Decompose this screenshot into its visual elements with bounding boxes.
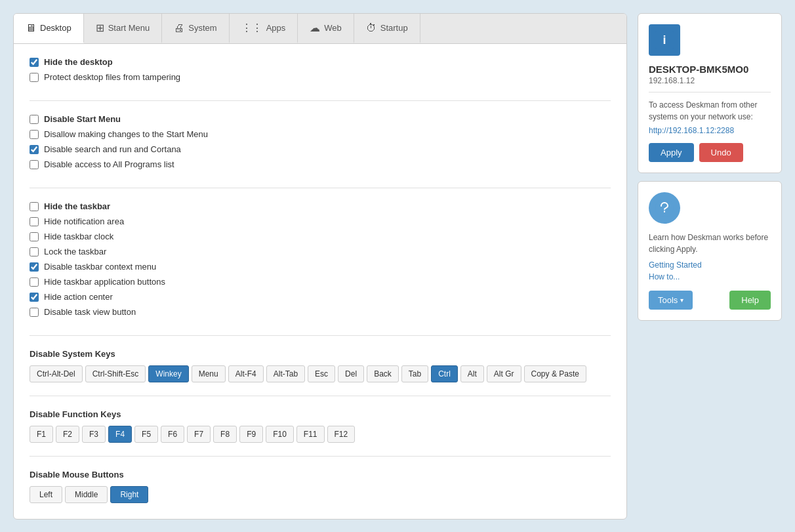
system-key-alt[interactable]: Alt [460, 365, 484, 382]
disable-all-programs-checkbox[interactable] [30, 160, 39, 169]
disable-search-row: Disable search and run and Cortana [30, 144, 611, 154]
hide-notification-label[interactable]: Hide notification area [44, 216, 124, 226]
hide-notification-row: Hide notification area [30, 216, 611, 226]
hide-taskbar-row: Hide the taskbar [30, 201, 611, 211]
system-keys-title: Disable System Keys [30, 349, 611, 359]
hide-action-center-checkbox[interactable] [30, 293, 39, 302]
tab-system-label: System [188, 23, 216, 33]
tab-desktop-label: Desktop [40, 23, 71, 33]
fn-key-f3[interactable]: F3 [82, 426, 106, 443]
hide-desktop-label[interactable]: Hide the desktop [44, 57, 113, 67]
tab-web-label: Web [324, 23, 342, 33]
web-icon: ☁ [310, 22, 320, 34]
info-card-divider [649, 92, 771, 92]
hide-desktop-row: Hide the desktop [30, 57, 611, 67]
system-keys-section: Disable System Keys Ctrl-Alt-DelCtrl-Shi… [30, 349, 611, 396]
disable-context-checkbox[interactable] [30, 262, 39, 272]
disable-all-programs-label[interactable]: Disable access to All Programs list [44, 159, 174, 169]
system-key-menu[interactable]: Menu [192, 365, 226, 382]
disallow-changes-row: Disallow making changes to the Start Men… [30, 129, 611, 139]
apply-button[interactable]: Apply [649, 143, 694, 162]
mouse-buttons-title: Disable Mouse Buttons [30, 470, 611, 480]
device-url-link[interactable]: http://192.168.1.12:2288 [649, 126, 734, 135]
hide-clock-label[interactable]: Hide taskbar clock [44, 232, 113, 241]
tab-system[interactable]: 🖨 System [162, 14, 229, 43]
mouse-btn-middle[interactable]: Middle [65, 486, 108, 503]
tab-startup[interactable]: ⏱ Startup [354, 14, 420, 43]
fn-key-f5[interactable]: F5 [134, 426, 158, 443]
mouse-buttons-section: Disable Mouse Buttons LeftMiddleRight [30, 470, 611, 503]
protect-files-label[interactable]: Protect desktop files from tampering [44, 72, 180, 82]
disable-task-view-label[interactable]: Disable task view button [44, 307, 136, 317]
fn-key-f6[interactable]: F6 [161, 426, 184, 443]
svg-text:i: i [662, 33, 666, 47]
protect-files-checkbox[interactable] [30, 73, 39, 82]
hide-clock-row: Hide taskbar clock [30, 232, 611, 241]
fn-key-f12[interactable]: F12 [327, 426, 356, 443]
tab-content: Hide the desktop Protect desktop files f… [14, 44, 626, 519]
info-card-icon: i [649, 24, 680, 56]
hide-desktop-checkbox[interactable] [30, 58, 39, 67]
tab-apps[interactable]: ⋮⋮ Apps [230, 14, 298, 43]
function-keys-title: Disable Function Keys [30, 409, 611, 419]
fn-key-f4[interactable]: F4 [108, 426, 132, 443]
system-key-ctrl-alt-del[interactable]: Ctrl-Alt-Del [30, 365, 83, 382]
system-key-back[interactable]: Back [367, 365, 399, 382]
getting-started-link[interactable]: Getting Started [649, 260, 771, 270]
hide-app-buttons-checkbox[interactable] [30, 277, 39, 287]
fn-key-f2[interactable]: F2 [56, 426, 79, 443]
system-key-esc[interactable]: Esc [308, 365, 335, 382]
disable-context-label[interactable]: Disable taskbar context menu [44, 262, 156, 272]
how-to-link[interactable]: How to... [649, 272, 771, 281]
lock-taskbar-checkbox[interactable] [30, 247, 39, 256]
disable-task-view-row: Disable task view button [30, 307, 611, 317]
system-key-winkey[interactable]: Winkey [148, 365, 188, 382]
disable-startmenu-checkbox[interactable] [30, 115, 39, 124]
fn-key-f8[interactable]: F8 [213, 426, 237, 443]
tab-desktop[interactable]: 🖥 Desktop [14, 14, 84, 43]
fn-key-f1[interactable]: F1 [30, 426, 53, 443]
system-key-copy-paste[interactable]: Copy & Paste [524, 365, 586, 382]
system-key-ctrl-shift-esc[interactable]: Ctrl-Shift-Esc [85, 365, 146, 382]
disallow-changes-checkbox[interactable] [30, 130, 39, 139]
info-card-actions: Apply Undo [649, 143, 771, 162]
start-menu-icon: ⊞ [96, 22, 104, 34]
system-keys-buttons: Ctrl-Alt-DelCtrl-Shift-EscWinkeyMenuAlt-… [30, 365, 611, 382]
lock-taskbar-label[interactable]: Lock the taskbar [44, 247, 106, 256]
sidebar: i DESKTOP-BMK5MO0 192.168.1.12 To access… [638, 13, 782, 321]
undo-button[interactable]: Undo [699, 143, 743, 162]
system-key-del[interactable]: Del [338, 365, 364, 382]
info-card: i DESKTOP-BMK5MO0 192.168.1.12 To access… [638, 13, 782, 173]
hide-taskbar-checkbox[interactable] [30, 202, 39, 211]
fn-key-f7[interactable]: F7 [187, 426, 211, 443]
hide-clock-checkbox[interactable] [30, 232, 39, 241]
fn-key-f11[interactable]: F11 [296, 426, 325, 443]
fn-key-f10[interactable]: F10 [266, 426, 294, 443]
disable-search-label[interactable]: Disable search and run and Cortana [44, 144, 181, 154]
help-button[interactable]: Help [729, 291, 771, 310]
system-key-alt-tab[interactable]: Alt-Tab [266, 365, 305, 382]
system-key-ctrl[interactable]: Ctrl [431, 365, 458, 382]
main-panel: 🖥 Desktop ⊞ Start Menu 🖨 System ⋮⋮ Apps … [13, 13, 627, 520]
system-key-alt-f4[interactable]: Alt-F4 [228, 365, 264, 382]
mouse-btn-right[interactable]: Right [110, 486, 148, 503]
disable-startmenu-label[interactable]: Disable Start Menu [44, 114, 121, 124]
system-key-alt-gr[interactable]: Alt Gr [487, 365, 521, 382]
tools-button[interactable]: Tools ▾ [649, 291, 693, 310]
hide-notification-checkbox[interactable] [30, 217, 39, 226]
system-key-tab[interactable]: Tab [401, 365, 428, 382]
hide-app-buttons-row: Hide taskbar application buttons [30, 277, 611, 287]
mouse-btn-left[interactable]: Left [30, 486, 62, 503]
hide-action-center-label[interactable]: Hide action center [44, 292, 113, 302]
hide-action-center-row: Hide action center [30, 292, 611, 302]
disable-search-checkbox[interactable] [30, 145, 39, 154]
svg-point-2 [655, 199, 674, 217]
fn-key-f9[interactable]: F9 [239, 426, 263, 443]
tab-start-menu[interactable]: ⊞ Start Menu [84, 14, 163, 43]
hide-app-buttons-label[interactable]: Hide taskbar application buttons [44, 277, 165, 287]
tab-web[interactable]: ☁ Web [298, 14, 354, 43]
disable-task-view-checkbox[interactable] [30, 308, 39, 317]
disallow-changes-label[interactable]: Disallow making changes to the Start Men… [44, 129, 208, 139]
hide-taskbar-label[interactable]: Hide the taskbar [44, 201, 110, 211]
startmenu-section: Disable Start Menu Disallow making chang… [30, 114, 611, 188]
